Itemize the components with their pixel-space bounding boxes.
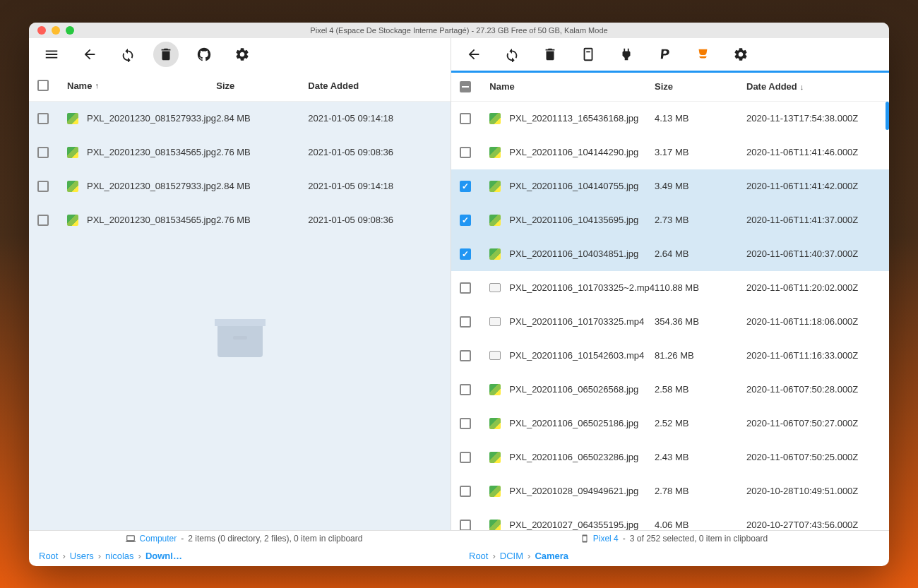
video-file-icon [489,282,501,294]
image-file-icon [489,452,501,463]
scrollbar-thumb[interactable] [886,102,889,130]
row-checkbox[interactable] [460,418,471,429]
file-row[interactable]: PXL_20201230_081534565.jpg2.76 MB2021-01… [29,203,451,237]
left-device-link[interactable]: Computer [140,534,177,544]
file-name: PXL_20201106_104135695.jpg [509,215,638,225]
file-row[interactable]: PXL_20201106_104144290.jpg3.17 MB2020-11… [451,136,889,169]
file-size: 4.06 MB [655,520,746,530]
image-file-icon [489,384,501,395]
github-button[interactable] [191,42,217,67]
row-checkbox[interactable] [37,147,49,158]
panels-container: Name ↑ Size Date Added PXL_20201230_0815… [29,38,889,530]
left-col-date-header[interactable]: Date Added [308,80,442,91]
menu-button[interactable] [39,42,64,67]
file-size: 2.84 MB [216,113,308,124]
right-col-name-header[interactable]: Name [489,81,655,92]
file-date: 2020-11-06T11:18:06.000Z [746,316,881,327]
row-checkbox[interactable] [460,147,471,158]
row-checkbox[interactable] [460,282,471,294]
row-checkbox[interactable] [460,384,471,395]
file-name: PXL_20201230_081527933.jpg [87,181,216,191]
file-date: 2020-11-06T11:41:42.000Z [746,181,881,191]
maximize-window-button[interactable] [66,26,74,35]
image-file-icon [67,215,78,226]
file-row[interactable]: PXL_20201113_165436168.jpg4.13 MB2020-11… [451,102,889,136]
storage-button[interactable] [576,42,601,67]
file-row[interactable]: PXL_20201106_065025186.jpg2.52 MB2020-11… [451,407,889,440]
row-checkbox[interactable] [460,520,471,530]
titlebar: Pixel 4 (Espace De Stockage Interne Part… [29,23,889,38]
file-size: 4.13 MB [655,113,746,124]
file-row[interactable]: PXL_20201106_104135695.jpg2.73 MB2020-11… [451,203,889,237]
row-checkbox[interactable] [460,248,471,260]
back-button[interactable] [77,42,102,67]
row-checkbox[interactable] [460,452,471,463]
file-date: 2020-11-06T11:41:46.000Z [746,147,881,157]
row-checkbox[interactable] [460,316,471,328]
row-checkbox[interactable] [460,181,471,192]
file-row[interactable]: PXL_20201027_064355195.jpg4.06 MB2020-10… [451,508,889,530]
file-row[interactable]: PXL_20201106_104140755.jpg3.49 MB2020-11… [451,169,889,203]
right-column-headers: Name Size Date Added ↓ [451,71,889,102]
breadcrumb-item[interactable]: DCIM [500,551,523,561]
file-size: 2.78 MB [655,486,746,496]
left-col-size-header[interactable]: Size [216,80,308,91]
file-date: 2020-10-28T10:49:51.000Z [746,486,881,496]
row-checkbox[interactable] [460,486,471,497]
settings-button[interactable] [728,42,753,67]
image-file-icon [489,248,501,260]
left-select-all-checkbox[interactable] [37,80,49,91]
row-checkbox[interactable] [37,113,49,124]
settings-button[interactable] [230,42,255,67]
file-name: PXL_20201106_104144290.jpg [509,147,638,157]
left-footer-status: Computer - 2 items (0 directory, 2 files… [29,531,459,546]
file-row[interactable]: PXL_20201028_094949621.jpg2.78 MB2020-10… [451,474,889,508]
breadcrumb-item[interactable]: Root [39,551,58,561]
file-row[interactable]: PXL_20201106_104034851.jpg2.64 MB2020-11… [451,237,889,271]
back-button[interactable] [461,42,487,67]
right-select-all-checkbox[interactable] [460,81,471,92]
file-row[interactable]: PXL_20201230_081534565.jpg2.76 MB2021-01… [29,136,451,169]
refresh-button[interactable] [499,42,525,67]
sort-asc-icon: ↑ [95,81,99,90]
delete-button[interactable] [537,42,563,67]
breadcrumb-item[interactable]: Root [469,551,488,561]
file-date: 2020-11-06T07:50:25.000Z [746,452,881,462]
breadcrumb-item[interactable]: Users [70,551,94,561]
right-device-link[interactable]: Pixel 4 [593,534,619,544]
buy-coffee-button[interactable] [690,42,715,67]
file-row[interactable]: PXL_20201230_081527933.jpg2.84 MB2021-01… [29,169,451,203]
row-checkbox[interactable] [460,113,471,124]
row-checkbox[interactable] [460,350,471,361]
file-row[interactable]: PXL_20201106_065026568.jpg2.58 MB2020-11… [451,373,889,407]
chevron-right-icon: › [527,551,530,561]
breadcrumb-item[interactable]: Camera [535,551,568,561]
file-name: PXL_20201113_165436168.jpg [509,113,638,124]
right-col-size-header[interactable]: Size [655,81,746,92]
donate-button[interactable] [652,42,677,67]
file-name: PXL_20201027_064355195.jpg [509,520,638,530]
row-checkbox[interactable] [460,215,471,226]
chevron-right-icon: › [98,551,101,561]
breadcrumb-item[interactable]: nicolas [105,551,133,561]
row-checkbox[interactable] [37,181,49,192]
file-row[interactable]: PXL_20201106_065023286.jpg2.43 MB2020-11… [451,440,889,474]
delete-button[interactable] [153,42,179,67]
file-row[interactable]: PXL_20201106_101703325~2.mp4110.88 MB202… [451,271,889,305]
video-file-icon [489,316,501,328]
file-row[interactable]: PXL_20201106_101542603.mp481.26 MB2020-1… [451,339,889,373]
row-checkbox[interactable] [37,215,49,226]
right-toolbar [451,38,889,71]
right-col-date-header[interactable]: Date Added ↓ [746,81,881,92]
close-window-button[interactable] [37,26,46,35]
breadcrumb-item[interactable]: Downl… [145,551,182,561]
refresh-button[interactable] [115,42,141,67]
file-size: 2.76 MB [216,215,308,225]
file-name: PXL_20201106_104034851.jpg [509,248,638,259]
left-col-name-header[interactable]: Name ↑ [67,80,216,91]
minimize-window-button[interactable] [52,26,60,35]
file-row[interactable]: PXL_20201230_081527933.jpg2.84 MB2021-01… [29,102,451,136]
file-row[interactable]: PXL_20201106_101703325.mp4354.36 MB2020-… [451,305,889,339]
file-date: 2021-01-05 09:14:18 [308,181,442,191]
plug-button[interactable] [614,42,639,67]
